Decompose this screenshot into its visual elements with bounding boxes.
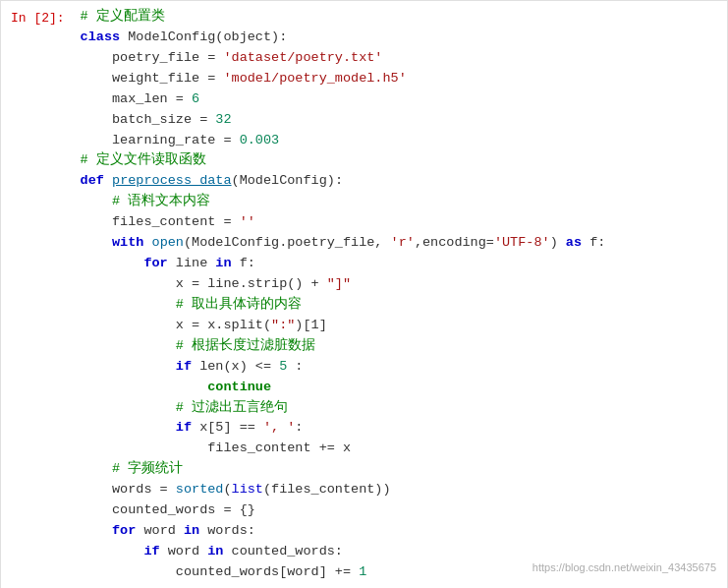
code-line: for line in f: [81, 254, 717, 274]
code-line: if len(x) <= 5 : [81, 357, 717, 378]
code-line: # 语料文本内容 [81, 192, 717, 212]
code-line: x = x.split(":")[1] [81, 316, 717, 336]
code-line: # 定义配置类 [81, 7, 717, 28]
code-line: for word in words: [81, 521, 717, 542]
notebook-cell: In [2]: # 定义配置类 class ModelConfig(object… [0, 0, 728, 588]
code-line: weight_file = 'model/poetry_model.h5' [81, 69, 717, 89]
code-line: # 过滤出五言绝句 [81, 398, 717, 419]
cell-content[interactable]: # 定义配置类 class ModelConfig(object): poetr… [75, 1, 727, 588]
code-line: continue [81, 378, 717, 398]
code-line: # 定义文件读取函数 [81, 150, 717, 171]
code-line: if x[5] == ', ': [81, 418, 717, 439]
code-line: with open(ModelConfig.poetry_file, 'r',e… [81, 233, 717, 254]
cell-label: In [2]: [1, 1, 75, 588]
code-line: poetry_file = 'dataset/poetry.txt' [81, 48, 717, 69]
code-line: batch_size = 32 [81, 110, 717, 131]
code-line: max_len = 6 [81, 89, 717, 110]
code-line: class ModelConfig(object): [81, 28, 717, 48]
code-line: x = line.strip() + "]" [81, 274, 717, 295]
code-line: learning_rate = 0.003 [81, 131, 717, 151]
code-line: # 字频统计 [81, 459, 717, 480]
code-line: words = sorted(list(files_content)) [81, 480, 717, 500]
code-line: files_content += x [81, 439, 717, 459]
code-line: # 根据长度过滤脏数据 [81, 336, 717, 357]
watermark: https://blog.csdn.net/weixin_43435675 [532, 559, 716, 576]
code-line: # 取出具体诗的内容 [81, 295, 717, 316]
code-line: files_content = '' [81, 212, 717, 233]
code-line: def preprocess_data(ModelConfig): [81, 171, 717, 192]
code-line: counted_words = {} [81, 500, 717, 521]
